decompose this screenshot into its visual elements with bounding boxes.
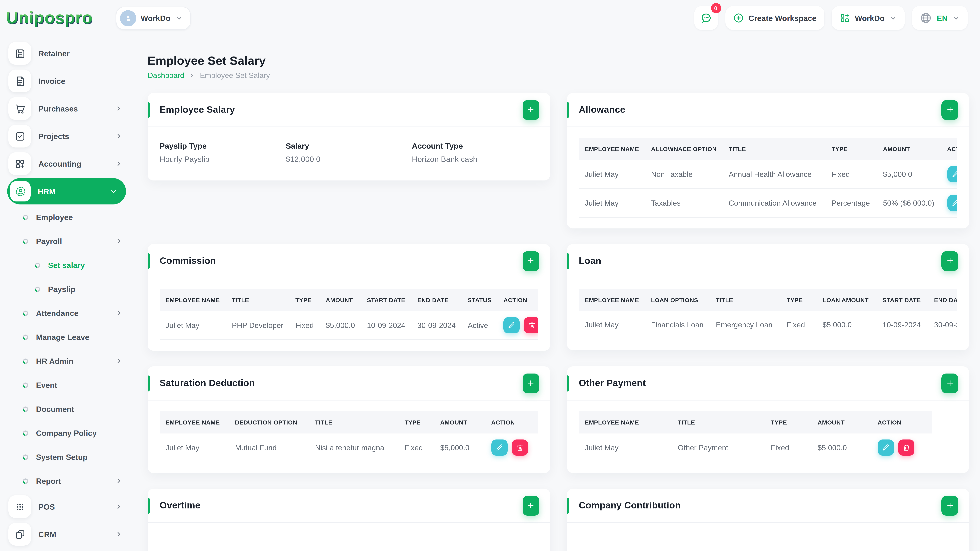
column-header: EMPLOYEE NAME bbox=[160, 289, 226, 311]
card-employee-salary: Employee Salary + Payslip Type Hourly Pa… bbox=[148, 93, 550, 181]
create-workspace-button[interactable]: Create Workspace bbox=[725, 6, 824, 30]
breadcrumb-dashboard-link[interactable]: Dashboard bbox=[148, 71, 184, 80]
sidebar-item-employee[interactable]: Employee bbox=[7, 205, 126, 229]
edit-button[interactable] bbox=[878, 440, 894, 456]
bullet-icon bbox=[22, 309, 29, 317]
cell: Mutual Fund bbox=[229, 433, 309, 462]
chevron-down-icon bbox=[889, 14, 897, 22]
cell: PHP Developer bbox=[226, 311, 290, 340]
add-other-payment-button[interactable]: + bbox=[942, 373, 958, 393]
sidebar-item-system-setup[interactable]: System Setup bbox=[7, 445, 126, 469]
bullet-icon bbox=[33, 261, 41, 269]
add-saturation-deduction-button[interactable]: + bbox=[522, 373, 539, 393]
cell: Juliet May bbox=[579, 311, 645, 339]
sidebar-item-hr-admin[interactable]: HR Admin bbox=[7, 349, 126, 373]
main-content: Employee Set Salary Dashboard Employee S… bbox=[133, 36, 980, 551]
cell: Fixed bbox=[781, 311, 816, 339]
chevron-right-icon bbox=[115, 477, 123, 484]
sidebar-item-company-policy[interactable]: Company Policy bbox=[7, 421, 126, 445]
sidebar-item-projects[interactable]: Projects bbox=[7, 122, 126, 150]
accent-bar bbox=[148, 253, 150, 269]
sidebar-item-payroll[interactable]: Payroll bbox=[7, 229, 126, 253]
delete-button[interactable] bbox=[512, 440, 528, 456]
workdo-menu-button[interactable]: WorkDo bbox=[831, 6, 905, 30]
delete-button[interactable] bbox=[524, 317, 538, 333]
card-other-payment: Other Payment + EMPLOYEE NAMETITLETYPEAM… bbox=[567, 366, 969, 473]
sidebar-item-accounting[interactable]: Accounting bbox=[7, 150, 126, 178]
column-header: EMPLOYEE NAME bbox=[579, 289, 645, 311]
other-payment-table: EMPLOYEE NAMETITLETYPEAMOUNTACTIONJuliet… bbox=[579, 411, 957, 462]
edit-button[interactable] bbox=[947, 166, 958, 182]
employee-salary-fields: Payslip Type Hourly Payslip Salary $12,0… bbox=[148, 127, 550, 181]
card-title: Allowance bbox=[579, 104, 625, 115]
edit-button[interactable] bbox=[504, 317, 520, 333]
cell: Juliet May bbox=[160, 311, 226, 340]
grid-plus-icon bbox=[8, 152, 31, 175]
sidebar-item-retainer[interactable]: Retainer bbox=[7, 40, 126, 67]
language-selector[interactable]: EN bbox=[912, 6, 968, 30]
check-square-icon bbox=[8, 125, 31, 148]
cell: Fixed bbox=[290, 311, 320, 340]
sidebar-item-report[interactable]: Report bbox=[7, 469, 126, 493]
column-header: AMOUNT bbox=[811, 411, 872, 433]
card-company-contribution: Company Contribution + bbox=[567, 489, 969, 551]
column-header: LOAN OPTIONS bbox=[645, 289, 710, 311]
field-salary: Salary $12,000.0 bbox=[286, 141, 412, 164]
card-header: Allowance + bbox=[567, 93, 969, 127]
cell: Fixed bbox=[826, 160, 877, 189]
hrm-person-icon bbox=[10, 181, 30, 202]
add-overtime-button[interactable]: + bbox=[522, 495, 539, 515]
cell: Active bbox=[461, 311, 497, 340]
accent-bar bbox=[148, 102, 150, 118]
sidebar-item-attendance[interactable]: Attendance bbox=[7, 301, 126, 325]
field-account-type: Account Type Horizon Bank cash bbox=[412, 141, 538, 164]
topbar: Unipospro WorkDo 0 Create Workspace bbox=[0, 0, 980, 36]
edit-button[interactable] bbox=[947, 195, 958, 211]
sidebar-item-manage-leave[interactable]: Manage Leave bbox=[7, 325, 126, 349]
edit-button[interactable] bbox=[491, 440, 508, 456]
add-employee-salary-button[interactable]: + bbox=[522, 100, 539, 120]
card-title: Commission bbox=[160, 256, 216, 266]
column-header: TYPE bbox=[399, 411, 434, 433]
messages-button[interactable]: 0 bbox=[694, 6, 718, 30]
add-loan-button[interactable]: + bbox=[942, 251, 958, 271]
workspace-switcher[interactable]: WorkDo bbox=[116, 6, 191, 30]
card-loan: Loan + EMPLOYEE NAMELOAN OPTIONSTITLETYP… bbox=[567, 244, 969, 350]
add-company-contribution-button[interactable]: + bbox=[942, 495, 958, 515]
retainer-icon bbox=[8, 42, 31, 65]
column-header: END DATE bbox=[928, 289, 957, 311]
card-title: Saturation Deduction bbox=[160, 378, 255, 389]
column-header: EMPLOYEE NAME bbox=[579, 138, 645, 160]
column-header: ACTION bbox=[872, 411, 932, 433]
sidebar-item-pos[interactable]: POS bbox=[7, 493, 126, 521]
sidebar-item-document[interactable]: Document bbox=[7, 397, 126, 421]
bullet-icon bbox=[22, 237, 29, 245]
card-header: Company Contribution + bbox=[567, 489, 969, 523]
chevron-right-icon bbox=[115, 105, 123, 112]
card-header: Saturation Deduction + bbox=[148, 366, 550, 400]
card-commission: Commission + EMPLOYEE NAMETITLETYPEAMOUN… bbox=[148, 244, 550, 351]
cell: $5,000.0 bbox=[816, 311, 877, 339]
message-circle-icon bbox=[700, 12, 712, 24]
sidebar-item-set-salary[interactable]: Set salary bbox=[7, 253, 126, 277]
add-allowance-button[interactable]: + bbox=[942, 100, 958, 120]
cell: Percentage bbox=[826, 189, 877, 218]
delete-button[interactable] bbox=[898, 440, 914, 456]
cell: 10-09-2024 bbox=[361, 311, 411, 340]
sidebar-item-purchases[interactable]: Purchases bbox=[7, 95, 126, 122]
card-header: Loan + bbox=[567, 244, 969, 278]
sidebar-item-event[interactable]: Event bbox=[7, 373, 126, 397]
chevron-down-icon bbox=[110, 187, 118, 195]
add-commission-button[interactable]: + bbox=[522, 251, 539, 271]
pencil-icon bbox=[508, 321, 515, 329]
cell: $5,000.0 bbox=[811, 433, 872, 462]
sidebar-item-payslip[interactable]: Payslip bbox=[7, 277, 126, 301]
sidebar-item-crm[interactable]: CRM bbox=[7, 521, 126, 548]
cell: Fixed bbox=[399, 433, 434, 462]
cell: Fixed bbox=[765, 433, 811, 462]
sidebar-item-hrm[interactable]: HRM bbox=[7, 178, 126, 205]
sidebar-item-invoice[interactable]: Invoice bbox=[7, 67, 126, 95]
column-header: TYPE bbox=[290, 289, 320, 311]
column-header: AMOUNT bbox=[320, 289, 361, 311]
loan-table: EMPLOYEE NAMELOAN OPTIONSTITLETYPELOAN A… bbox=[579, 289, 957, 339]
